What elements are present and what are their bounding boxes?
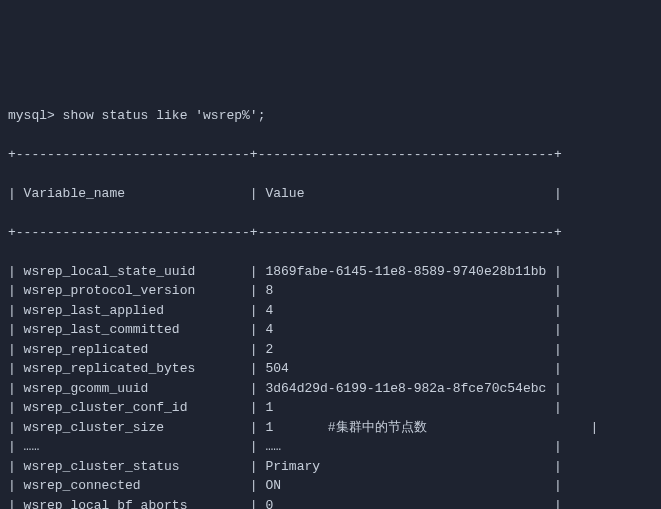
table-row: | wsrep_last_applied | 4 | xyxy=(8,301,653,321)
table-row: | …… | …… | xyxy=(8,437,653,457)
table-row: | wsrep_local_state_uuid | 1869fabe-6145… xyxy=(8,262,653,282)
table-row: | wsrep_cluster_status | Primary | xyxy=(8,457,653,477)
table-row: | wsrep_cluster_conf_id | 1 | xyxy=(8,398,653,418)
table-row: | wsrep_protocol_version | 8 | xyxy=(8,281,653,301)
table-row: | wsrep_last_committed | 4 | xyxy=(8,320,653,340)
table-row: | wsrep_replicated_bytes | 504 | xyxy=(8,359,653,379)
table-row: | wsrep_local_bf_aborts | 0 | xyxy=(8,496,653,510)
table-row: | wsrep_gcomm_uuid | 3d64d29d-6199-11e8-… xyxy=(8,379,653,399)
table-divider: +------------------------------+--------… xyxy=(8,145,653,165)
sql-prompt: mysql> show status like 'wsrep%'; xyxy=(8,106,653,126)
terminal-output: mysql> show status like 'wsrep%'; +-----… xyxy=(8,86,653,509)
table-row: | wsrep_replicated | 2 | xyxy=(8,340,653,360)
table-row: | wsrep_connected | ON | xyxy=(8,476,653,496)
table-header: | Variable_name | Value | xyxy=(8,184,653,204)
table-divider: +------------------------------+--------… xyxy=(8,223,653,243)
table-row: | wsrep_cluster_size | 1 #集群中的节点数 | xyxy=(8,418,653,438)
